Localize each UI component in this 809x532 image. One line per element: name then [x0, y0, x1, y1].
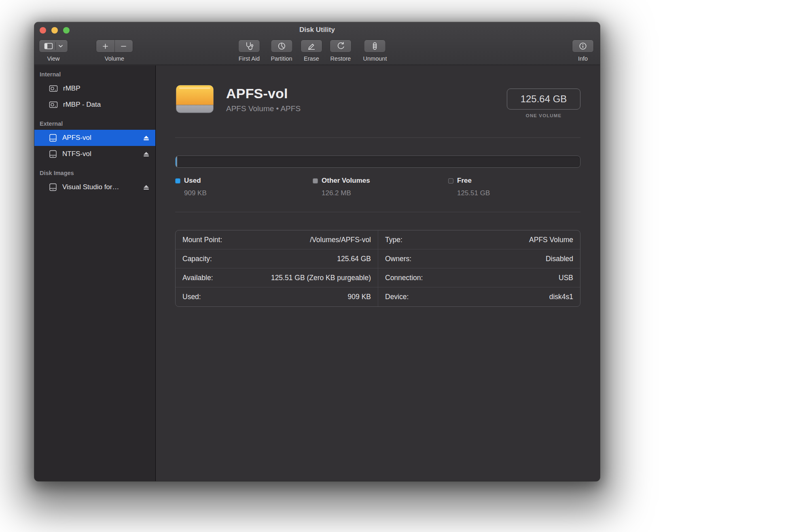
divider: [175, 212, 580, 212]
restore-arrow-icon: [336, 42, 345, 51]
disk-utility-window: Disk Utility View: [34, 22, 600, 481]
external-drive-icon: [175, 82, 214, 116]
button-separator: [55, 42, 56, 50]
main-content: APFS-vol APFS Volume • APFS 125.64 GB ON…: [156, 65, 600, 481]
external-volume-icon: [49, 150, 57, 158]
volume-subtitle: APFS Volume • APFS: [226, 104, 301, 113]
sidebar-item-label: rMBP: [63, 84, 80, 93]
info-label: Info: [572, 55, 593, 62]
stethoscope-icon: [244, 42, 254, 51]
external-volume-icon: [49, 183, 57, 191]
capacity-legend: Used 909 KB Other Volumes 126.2 MB Free: [175, 177, 580, 197]
sidebar-item-rmbp[interactable]: rMBP: [34, 80, 155, 97]
toolbar-group-info: Info: [572, 40, 593, 62]
legend-used: Used 909 KB: [175, 177, 313, 197]
eject-button[interactable]: [142, 133, 150, 142]
volume-details-table: Mount Point: /Volumes/APFS-vol Capacity:…: [175, 230, 580, 307]
restore-label: Restore: [330, 55, 351, 62]
minus-icon: [121, 44, 126, 49]
unmount-label: Unmount: [363, 55, 387, 62]
legend-label: Free: [457, 177, 472, 185]
toolbar-group-partition: Partition: [271, 40, 292, 62]
sidebar-item-apfs-vol[interactable]: APFS-vol: [34, 130, 155, 146]
free-swatch: [448, 178, 453, 184]
first-aid-label: First Aid: [239, 55, 260, 62]
volume-count-caption: ONE VOLUME: [507, 113, 580, 118]
detail-row-used: Used: 909 KB: [176, 287, 378, 306]
info-icon: [578, 42, 587, 51]
used-swatch: [175, 178, 180, 184]
legend-label: Other Volumes: [322, 177, 370, 185]
legend-other-volumes: Other Volumes 126.2 MB: [313, 177, 448, 197]
sidebar-view-icon: [44, 42, 53, 50]
legend-value: 125.51 GB: [457, 189, 580, 197]
toolbar-group-volume: Volume: [96, 40, 133, 62]
eject-button[interactable]: [142, 183, 150, 192]
partition-button[interactable]: [271, 40, 292, 52]
detail-row-owners: Owners: Disabled: [378, 249, 580, 268]
sidebar-section-disk-images: Disk Images: [40, 170, 155, 177]
detail-row-connection: Connection: USB: [378, 268, 580, 287]
external-volume-icon: [49, 134, 57, 142]
sidebar-section-internal: Internal: [40, 71, 155, 78]
capacity-other-segment: [176, 156, 177, 167]
sidebar-section-external: External: [40, 120, 155, 127]
erase-pencil-icon: [307, 42, 316, 51]
sidebar-item-ntfs-vol[interactable]: NTFS-vol: [34, 146, 155, 162]
erase-label: Erase: [301, 55, 322, 62]
detail-row-capacity: Capacity: 125.64 GB: [176, 249, 378, 268]
sidebar-item-label: Visual Studio for…: [62, 183, 119, 191]
legend-label: Used: [184, 177, 201, 185]
volume-header: APFS-vol APFS Volume • APFS 125.64 GB ON…: [175, 82, 580, 118]
eject-icon: [143, 135, 149, 141]
sidebar-item-visual-studio[interactable]: Visual Studio for…: [34, 179, 155, 195]
detail-row-device: Device: disk4s1: [378, 287, 580, 306]
info-button[interactable]: [572, 40, 593, 52]
sidebar-item-label: rMBP - Data: [63, 101, 101, 109]
add-volume-button[interactable]: [96, 40, 114, 52]
internal-drive-icon: [49, 101, 58, 108]
capacity-bar: [175, 156, 580, 168]
erase-button[interactable]: [301, 40, 322, 52]
toolbar-group-view: View: [39, 40, 68, 62]
toolbar-group-restore: Restore: [330, 40, 351, 62]
view-button[interactable]: [39, 40, 68, 52]
plus-icon: [103, 44, 108, 49]
toolbar-group-first-aid: First Aid: [239, 40, 260, 62]
details-left-column: Mount Point: /Volumes/APFS-vol Capacity:…: [176, 230, 378, 306]
remove-volume-button[interactable]: [114, 40, 133, 52]
detail-row-mount-point: Mount Point: /Volumes/APFS-vol: [176, 230, 378, 249]
eject-icon: [143, 152, 149, 157]
divider: [175, 137, 580, 138]
volume-segmented-control: [96, 40, 133, 52]
legend-value: 126.2 MB: [322, 189, 448, 197]
internal-drive-icon: [49, 85, 58, 92]
sidebar: Internal rMBP: [34, 65, 156, 481]
unmount-connector-icon: [371, 42, 379, 51]
sidebar-item-label: NTFS-vol: [62, 150, 91, 158]
window-title: Disk Utility: [34, 22, 600, 38]
other-volumes-swatch: [313, 178, 318, 184]
volume-label: Volume: [96, 55, 133, 62]
toolbar-group-unmount: Unmount: [363, 40, 387, 62]
legend-value: 909 KB: [184, 189, 313, 197]
size-badge: 125.64 GB ONE VOLUME: [507, 82, 580, 118]
restore-button[interactable]: [330, 40, 351, 52]
partition-pie-icon: [277, 42, 286, 51]
detail-row-type: Type: APFS Volume: [378, 230, 580, 249]
total-size-value: 125.64 GB: [507, 89, 580, 110]
unmount-button[interactable]: [364, 40, 385, 52]
partition-label: Partition: [271, 55, 292, 62]
eject-icon: [143, 185, 149, 190]
detail-row-available: Available: 125.51 GB (Zero KB purgeable): [176, 268, 378, 287]
volume-name: APFS-vol: [226, 86, 301, 101]
chevron-down-icon: [59, 45, 63, 48]
first-aid-button[interactable]: [239, 40, 260, 52]
sidebar-item-label: APFS-vol: [62, 134, 91, 142]
toolbar-group-erase: Erase: [301, 40, 322, 62]
legend-free: Free 125.51 GB: [448, 177, 580, 197]
sidebar-item-rmbp-data[interactable]: rMBP - Data: [34, 97, 155, 113]
view-label: View: [39, 55, 68, 62]
eject-button[interactable]: [142, 150, 150, 158]
details-right-column: Type: APFS Volume Owners: Disabled Conne…: [378, 230, 580, 306]
